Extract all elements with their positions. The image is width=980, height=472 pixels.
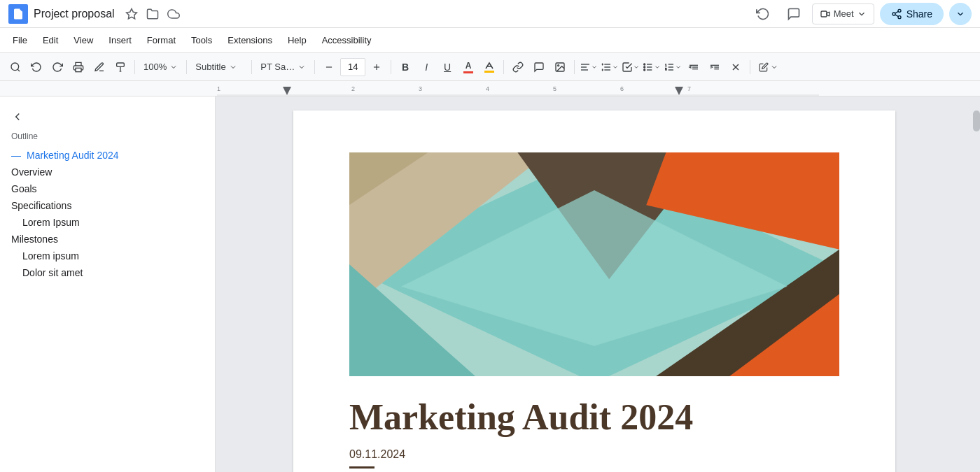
title-underline <box>349 466 374 469</box>
zoom-dropdown[interactable]: 100% <box>139 57 182 77</box>
svg-marker-2 <box>126 8 136 18</box>
svg-text:5: 5 <box>553 85 556 92</box>
svg-text:2: 2 <box>351 85 355 92</box>
document-main-title: Marketing Audit 2024 <box>349 397 839 437</box>
toolbar: 100% Subtitle PT Sa… B I U A <box>0 53 980 81</box>
font-size-input[interactable] <box>340 58 365 76</box>
font-dropdown[interactable]: PT Sa… <box>256 57 310 77</box>
share-label: Share <box>906 8 932 20</box>
main-area: Outline Marketing Audit 2024 Overview Go… <box>0 96 980 472</box>
document-area[interactable]: Marketing Audit 2024 09.11.2024 <box>216 96 973 472</box>
font-size-decrease-button[interactable] <box>319 57 339 77</box>
italic-button[interactable]: I <box>416 57 436 77</box>
bullet-list-button[interactable] <box>642 57 662 77</box>
bold-button[interactable]: B <box>396 57 415 77</box>
share-button[interactable]: Share <box>880 3 944 25</box>
svg-line-8 <box>895 11 898 13</box>
editing-mode-button[interactable] <box>755 57 783 77</box>
app-icon <box>8 4 28 24</box>
zoom-value: 100% <box>144 62 167 72</box>
link-button[interactable] <box>508 57 528 77</box>
svg-point-9 <box>11 63 19 71</box>
search-button[interactable] <box>6 57 25 77</box>
meet-button[interactable]: Meet <box>812 3 874 24</box>
meet-label: Meet <box>834 8 854 19</box>
header-right: Meet Share <box>750 1 972 27</box>
menu-view[interactable]: View <box>66 32 100 48</box>
highlight-button[interactable] <box>479 57 499 77</box>
style-value: Subtitle <box>195 62 225 72</box>
star-icon[interactable] <box>123 6 140 22</box>
menu-insert[interactable]: Insert <box>102 32 139 48</box>
font-value: PT Sa… <box>260 62 295 72</box>
comment-icon[interactable] <box>781 1 806 27</box>
svg-text:7: 7 <box>687 85 691 92</box>
clear-formatting-button[interactable] <box>726 57 746 77</box>
svg-point-6 <box>898 15 901 18</box>
scrollbar-area <box>973 96 980 472</box>
svg-text:4: 4 <box>486 85 489 92</box>
outline-item-7[interactable]: Dolor sit amet <box>0 264 215 281</box>
menu-format[interactable]: Format <box>140 32 183 48</box>
redo-button[interactable] <box>48 57 67 77</box>
outline-item-6[interactable]: Lorem ipsum <box>0 248 215 264</box>
line-spacing-button[interactable] <box>600 57 620 77</box>
menu-extensions[interactable]: Extensions <box>220 32 279 48</box>
menu-tools[interactable]: Tools <box>184 32 219 48</box>
outline-item-3[interactable]: Specifications <box>0 197 215 214</box>
title-icons <box>123 6 182 22</box>
menu-accessibility[interactable]: Accessibility <box>315 32 379 48</box>
image-button[interactable] <box>550 57 570 77</box>
svg-text:1: 1 <box>217 85 220 92</box>
menu-help[interactable]: Help <box>281 32 314 48</box>
outline-label: Outline <box>0 131 215 147</box>
share-dropdown-button[interactable] <box>949 3 972 25</box>
svg-point-29 <box>644 69 645 71</box>
svg-point-5 <box>892 13 895 15</box>
sidebar-back-button[interactable] <box>0 108 215 131</box>
font-size-increase-button[interactable] <box>367 57 386 77</box>
underline-button[interactable]: U <box>438 57 457 77</box>
spellcheck-button[interactable] <box>90 57 109 77</box>
indent-increase-button[interactable] <box>705 57 724 77</box>
outline-item-0[interactable]: Marketing Audit 2024 <box>0 147 215 164</box>
scrollbar-thumb[interactable] <box>973 110 980 131</box>
document-date: 09.11.2024 <box>349 448 839 461</box>
sidebar: Outline Marketing Audit 2024 Overview Go… <box>0 96 216 472</box>
history-icon[interactable] <box>750 1 776 27</box>
undo-button[interactable] <box>27 57 46 77</box>
cover-image <box>349 152 839 376</box>
checklist-button[interactable] <box>621 57 640 77</box>
svg-text:3: 3 <box>419 85 422 92</box>
paint-format-button[interactable] <box>111 57 130 77</box>
document-title[interactable]: Project proposal <box>34 8 115 20</box>
style-dropdown[interactable]: Subtitle <box>191 57 247 77</box>
outline-item-1[interactable]: Overview <box>0 164 215 180</box>
align-button[interactable] <box>579 57 598 77</box>
text-color-button[interactable]: A <box>458 57 478 77</box>
outline-item-5[interactable]: Milestones <box>0 231 215 248</box>
svg-rect-11 <box>76 68 81 71</box>
outline-item-4[interactable]: Lorem Ipsum <box>0 214 215 231</box>
document-page[interactable]: Marketing Audit 2024 09.11.2024 <box>293 110 895 472</box>
numbered-list-button[interactable] <box>663 57 682 77</box>
outline-item-2[interactable]: Goals <box>0 180 215 197</box>
menu-bar: File Edit View Insert Format Tools Exten… <box>0 28 980 53</box>
svg-rect-3 <box>821 11 827 17</box>
svg-point-27 <box>644 64 645 65</box>
title-bar: Project proposal Meet Share <box>0 0 980 28</box>
folder-icon[interactable] <box>144 6 161 22</box>
print-button[interactable] <box>69 57 88 77</box>
svg-line-10 <box>18 69 20 71</box>
ruler: 1 1 2 3 4 5 6 7 <box>0 81 980 96</box>
svg-marker-51 <box>675 87 683 95</box>
menu-edit[interactable]: Edit <box>36 32 65 48</box>
svg-point-28 <box>644 66 645 68</box>
svg-text:6: 6 <box>620 85 624 92</box>
menu-file[interactable]: File <box>6 32 34 48</box>
svg-point-17 <box>558 64 559 66</box>
comment-insert-button[interactable] <box>529 57 549 77</box>
svg-point-4 <box>898 9 901 12</box>
indent-decrease-button[interactable] <box>684 57 704 77</box>
cloud-icon[interactable] <box>165 6 182 22</box>
